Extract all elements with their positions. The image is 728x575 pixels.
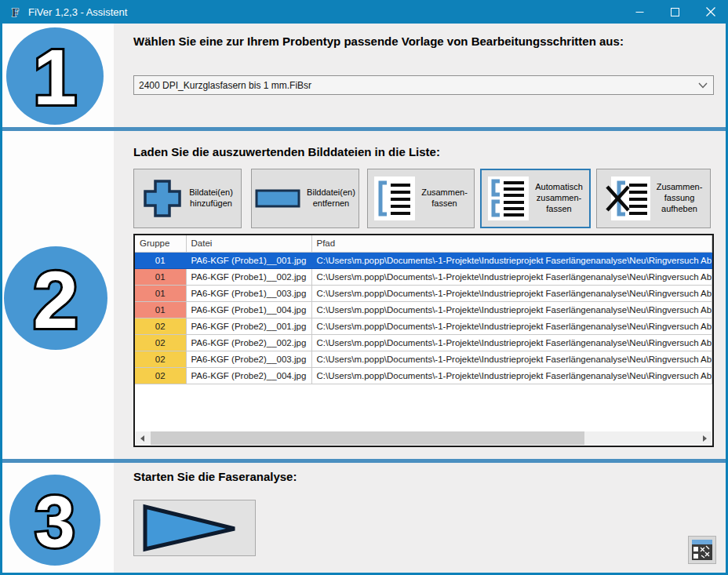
x-bracket-list-icon bbox=[605, 177, 650, 220]
add-image-files-label: Bildatei(en) hinzufügen bbox=[189, 187, 233, 209]
path-cell: C:\Users\m.popp\Documents\-1-Projekte\In… bbox=[311, 268, 712, 285]
ungroup-files-button[interactable]: Zusammen- fassung aufheben bbox=[596, 169, 711, 228]
step3-number: 3 bbox=[35, 482, 75, 562]
file-table: Gruppe Datei Pfad 01 PA6-KGF (Probe1)__0… bbox=[133, 234, 714, 447]
step1-heading: Wählen Sie eine zur Ihrem Probentyp pass… bbox=[133, 35, 718, 48]
file-cell: PA6-KGF (Probe1)__004.jpg bbox=[186, 301, 311, 318]
scrollbar-thumb[interactable] bbox=[151, 431, 584, 445]
step2-number: 2 bbox=[33, 254, 78, 345]
table-row[interactable]: 01 PA6-KGF (Probe1)__004.jpg C:\Users\m.… bbox=[135, 301, 712, 318]
play-icon bbox=[134, 502, 252, 554]
horizontal-scrollbar[interactable] bbox=[136, 431, 712, 445]
table-row[interactable]: 02 PA6-KGF (Probe2)__002.jpg C:\Users\m.… bbox=[135, 334, 712, 351]
group-cell: 01 bbox=[135, 268, 186, 285]
group-cell: 02 bbox=[135, 318, 186, 334]
group-files-label: Zusammen- fassen bbox=[421, 187, 468, 209]
step3-heading: Starten Sie die Faseranalyse: bbox=[133, 470, 718, 483]
path-cell: C:\Users\m.popp\Documents\-1-Projekte\In… bbox=[311, 351, 712, 367]
path-cell: C:\Users\m.popp\Documents\-1-Projekte\In… bbox=[311, 334, 712, 351]
section-divider-1 bbox=[0, 127, 728, 131]
titlebar: F FiVer 1,2,3 - Assistent bbox=[0, 0, 728, 24]
minimize-icon bbox=[635, 8, 644, 16]
start-analysis-button[interactable] bbox=[133, 500, 256, 556]
svg-text:F: F bbox=[12, 5, 19, 18]
path-cell: C:\Users\m.popp\Documents\-1-Projekte\In… bbox=[311, 367, 712, 384]
step2-badge: 2 bbox=[4, 246, 107, 350]
datagrid-icon bbox=[692, 540, 712, 560]
table-row[interactable]: 01 PA6-KGF (Probe1)__003.jpg C:\Users\m.… bbox=[135, 285, 712, 301]
file-cell: PA6-KGF (Probe2)__003.jpg bbox=[186, 351, 311, 367]
group-cell: 01 bbox=[135, 285, 186, 301]
path-cell: C:\Users\m.popp\Documents\-1-Projekte\In… bbox=[311, 301, 712, 318]
file-cell: PA6-KGF (Probe2)__001.jpg bbox=[186, 318, 311, 334]
close-icon bbox=[706, 7, 715, 16]
double-bracket-list-icon bbox=[488, 177, 529, 220]
app-logo-icon: F bbox=[9, 5, 22, 19]
group-cell: 01 bbox=[135, 252, 186, 268]
file-cell: PA6-KGF (Probe1)__001.jpg bbox=[186, 252, 311, 268]
auto-group-files-button[interactable]: Automatisch zusammen- fassen bbox=[480, 169, 591, 228]
group-cell: 02 bbox=[135, 367, 186, 384]
scroll-right-icon bbox=[703, 435, 707, 442]
maximize-button[interactable] bbox=[657, 0, 693, 24]
app-window: F FiVer 1,2,3 - Assistent bbox=[0, 0, 728, 575]
close-button[interactable] bbox=[693, 0, 728, 24]
column-header-datei[interactable]: Datei bbox=[186, 235, 311, 252]
window-title: FiVer 1,2,3 - Assistent bbox=[28, 6, 127, 18]
table-header-row: Gruppe Datei Pfad bbox=[135, 235, 712, 252]
datagrid-tool-button[interactable] bbox=[688, 536, 716, 564]
template-select-value: 2400 DPI_Kurzglasfasern bis 1 mm.FiBsr bbox=[134, 80, 693, 91]
bracket-list-icon bbox=[374, 177, 415, 220]
auto-group-files-label: Automatisch zusammen- fassen bbox=[535, 182, 583, 214]
plus-icon bbox=[142, 178, 183, 219]
table-row[interactable]: 02 PA6-KGF (Probe2)__003.jpg C:\Users\m.… bbox=[135, 351, 712, 367]
file-cell: PA6-KGF (Probe1)__002.jpg bbox=[186, 268, 311, 285]
step1-number: 1 bbox=[33, 33, 77, 121]
table-row[interactable]: 01 PA6-KGF (Probe1)__001.jpg C:\Users\m.… bbox=[135, 252, 712, 268]
chevron-down-icon bbox=[693, 76, 713, 94]
minus-bar-icon bbox=[255, 189, 300, 208]
group-cell: 01 bbox=[135, 301, 186, 318]
path-cell: C:\Users\m.popp\Documents\-1-Projekte\In… bbox=[311, 285, 712, 301]
file-cell: PA6-KGF (Probe2)__002.jpg bbox=[186, 334, 311, 351]
step3-badge: 3 bbox=[9, 475, 100, 566]
section-divider-2 bbox=[0, 459, 728, 463]
template-select[interactable]: 2400 DPI_Kurzglasfasern bis 1 mm.FiBsr bbox=[133, 75, 714, 95]
table-row[interactable]: 02 PA6-KGF (Probe2)__004.jpg C:\Users\m.… bbox=[135, 367, 712, 384]
path-cell: C:\Users\m.popp\Documents\-1-Projekte\In… bbox=[311, 318, 712, 334]
minimize-button[interactable] bbox=[622, 0, 657, 24]
remove-image-files-label: Bilddatei(en) entfernen bbox=[307, 187, 355, 209]
file-cell: PA6-KGF (Probe1)__003.jpg bbox=[186, 285, 311, 301]
column-header-pfad[interactable]: Pfad bbox=[311, 235, 712, 252]
file-cell: PA6-KGF (Probe2)__004.jpg bbox=[186, 367, 311, 384]
step2-heading: Laden Sie die auszuwertenden Bilddateien… bbox=[133, 145, 718, 158]
group-cell: 02 bbox=[135, 351, 186, 367]
ungroup-files-label: Zusammen- fassung aufheben bbox=[657, 182, 703, 214]
scrollbar-track[interactable] bbox=[149, 431, 698, 445]
scroll-right-button[interactable] bbox=[698, 431, 712, 445]
scroll-left-button[interactable] bbox=[136, 431, 149, 445]
window-border-left bbox=[0, 24, 2, 575]
table-row[interactable]: 02 PA6-KGF (Probe2)__001.jpg C:\Users\m.… bbox=[135, 318, 712, 334]
group-files-button[interactable]: Zusammen- fassen bbox=[367, 169, 475, 228]
step1-badge: 1 bbox=[6, 27, 104, 125]
group-cell: 02 bbox=[135, 334, 186, 351]
scroll-left-icon bbox=[140, 435, 144, 442]
column-header-gruppe[interactable]: Gruppe bbox=[135, 235, 186, 252]
add-image-files-button[interactable]: Bildatei(en) hinzufügen bbox=[133, 169, 242, 228]
table-row[interactable]: 01 PA6-KGF (Probe1)__002.jpg C:\Users\m.… bbox=[135, 268, 712, 285]
remove-image-files-button[interactable]: Bilddatei(en) entfernen bbox=[251, 169, 359, 228]
maximize-icon bbox=[671, 8, 679, 16]
path-cell: C:\Users\m.popp\Documents\-1-Projekte\In… bbox=[311, 252, 712, 268]
